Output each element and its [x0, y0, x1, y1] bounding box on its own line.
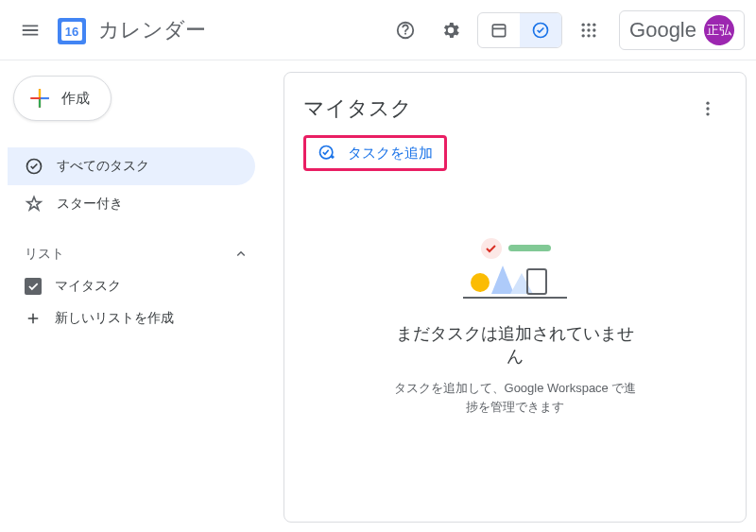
svg-point-8: [587, 23, 590, 26]
google-label: Google: [629, 18, 696, 43]
list-section-header[interactable]: リスト: [8, 223, 266, 270]
svg-rect-18: [39, 99, 41, 108]
help-button[interactable]: [387, 11, 424, 49]
add-task-label: タスクを追加: [348, 145, 433, 163]
new-list-button[interactable]: 新しいリストを作成: [8, 302, 266, 335]
list-section-label: リスト: [25, 246, 64, 263]
svg-point-7: [582, 23, 585, 26]
chevron-up-icon: [232, 246, 249, 263]
card-more-button[interactable]: [689, 90, 727, 128]
svg-point-13: [582, 34, 585, 37]
main-content: マイタスク タスクを追加: [274, 60, 756, 532]
avatar: 正弘: [704, 15, 734, 45]
svg-rect-25: [508, 245, 551, 251]
sidebar: 作成 すべてのタスク スター付き リスト マイタスク 新しいリストを作成: [0, 60, 274, 532]
app-title: カレンダー: [98, 16, 206, 44]
empty-title: まだタスクは追加されていません: [392, 322, 638, 368]
svg-point-11: [587, 28, 590, 31]
svg-point-21: [706, 107, 709, 110]
add-task-icon: [318, 144, 336, 163]
app-header: 16 カレンダー Google 正弘: [0, 0, 756, 60]
app-body: 作成 すべてのタスク スター付き リスト マイタスク 新しいリストを作成: [0, 60, 756, 532]
star-icon: [25, 195, 43, 214]
svg-point-26: [471, 273, 490, 292]
svg-point-10: [582, 28, 585, 31]
google-account-chip[interactable]: Google 正弘: [619, 10, 745, 50]
create-button[interactable]: 作成: [13, 76, 112, 121]
help-icon: [395, 20, 416, 41]
settings-button[interactable]: [432, 11, 470, 49]
task-list-item[interactable]: マイタスク: [8, 270, 266, 302]
apps-button[interactable]: [570, 11, 608, 49]
calendar-logo-icon: 16: [53, 11, 91, 49]
svg-point-9: [593, 23, 595, 26]
calendar-view-button[interactable]: [478, 13, 520, 47]
add-task-button[interactable]: タスクを追加: [303, 135, 447, 171]
more-vert-icon: [698, 99, 717, 118]
svg-point-22: [706, 112, 709, 115]
task-check-icon: [531, 21, 550, 40]
main-menu-button[interactable]: [11, 11, 49, 49]
new-list-label: 新しいリストを作成: [55, 310, 174, 327]
apps-grid-icon: [579, 21, 598, 40]
nav-all-tasks[interactable]: すべてのタスク: [8, 147, 255, 185]
calendar-icon: [490, 21, 508, 40]
svg-point-14: [587, 34, 590, 37]
view-toggle: [477, 12, 562, 48]
checkbox-checked-icon: [25, 278, 42, 295]
nav-starred[interactable]: スター付き: [8, 185, 255, 223]
gear-icon: [440, 20, 461, 41]
card-title: マイタスク: [303, 94, 412, 123]
svg-point-12: [593, 28, 595, 31]
empty-subtitle: タスクを追加して、Google Workspace で進捗を管理できます: [392, 379, 638, 416]
nav-label: スター付き: [57, 196, 123, 213]
task-list-card: マイタスク タスクを追加: [284, 72, 747, 523]
check-circle-icon: [25, 157, 43, 176]
svg-point-20: [706, 102, 709, 105]
plus-color-icon: [27, 86, 52, 111]
plus-icon: [25, 310, 42, 327]
header-right: Google 正弘: [387, 10, 745, 50]
svg-rect-16: [39, 89, 41, 97]
svg-point-15: [593, 34, 595, 37]
nav-label: すべてのタスク: [57, 158, 149, 175]
svg-rect-4: [492, 25, 505, 36]
menu-icon: [20, 20, 41, 41]
svg-text:16: 16: [65, 25, 78, 39]
create-label: 作成: [61, 90, 90, 108]
logo-area: 16 カレンダー: [53, 11, 206, 49]
list-item-label: マイタスク: [55, 278, 121, 295]
empty-state: まだタスクは追加されていません タスクを追加して、Google Workspac…: [303, 237, 727, 416]
tasks-view-button[interactable]: [520, 13, 561, 47]
empty-illustration: [463, 237, 567, 303]
svg-rect-17: [41, 97, 49, 99]
card-header: マイタスク: [303, 90, 727, 128]
